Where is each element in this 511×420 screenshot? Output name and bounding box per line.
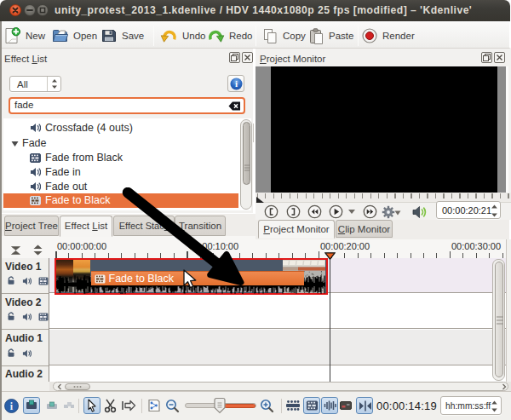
svg-text:i: i bbox=[234, 78, 237, 89]
